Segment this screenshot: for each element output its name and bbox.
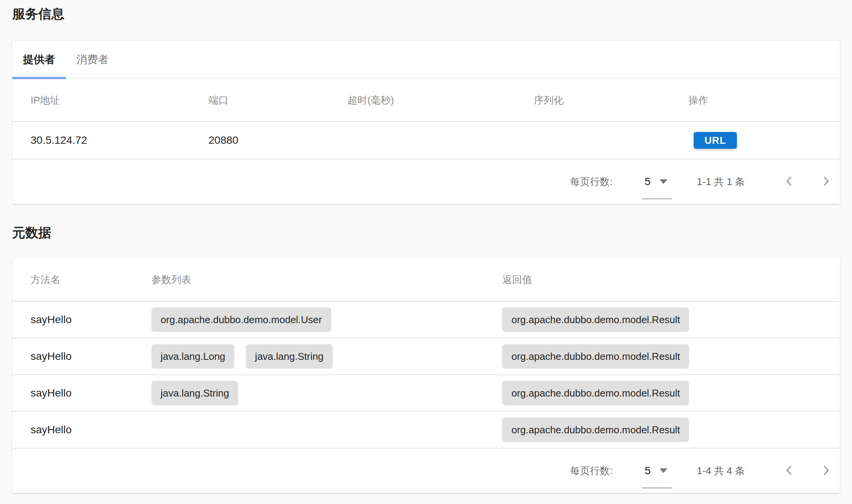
timeout-cell (329, 122, 515, 159)
serialization-cell (515, 122, 670, 159)
rows-per-page-select[interactable]: 5 (645, 465, 668, 477)
chevron-right-icon (819, 174, 833, 190)
method-name-cell: sayHello (12, 411, 133, 448)
parameter-list-cell: java.lang.String (133, 375, 484, 411)
rows-per-page-label: 每页行数: (570, 464, 612, 478)
parameter-list-cell (133, 411, 484, 448)
parameter-type-chip: java.lang.Long (151, 344, 234, 369)
dropdown-caret-icon (660, 468, 667, 473)
column-header-ip: IP地址 (12, 79, 190, 122)
dropdown-caret-icon (660, 179, 667, 184)
active-tab-indicator (12, 77, 66, 79)
operation-cell: URL (670, 122, 840, 159)
column-header-serialization: 序列化 (515, 79, 670, 122)
parameter-list-cell: java.lang.Long java.lang.String (133, 338, 484, 375)
method-name-cell: sayHello (12, 301, 133, 338)
rows-per-page-select[interactable]: 5 (645, 176, 668, 188)
return-type-chip: org.apache.dubbo.demo.model.Result (502, 418, 689, 442)
metadata-table-row: sayHello org.apache.dubbo.demo.model.Use… (12, 301, 840, 338)
chevron-left-icon (782, 174, 797, 190)
service-detail-page: 服务信息 提供者 消费者 IP地址 端口 超时(毫秒) 序列化 (0, 0, 852, 493)
provider-table-row: 30.5.124.72 20880 URL (12, 122, 840, 159)
provider-consumer-tab-bar: 提供者 消费者 (12, 41, 840, 79)
provider-table-header-row: IP地址 端口 超时(毫秒) 序列化 操作 (12, 79, 840, 122)
next-page-button[interactable] (818, 463, 834, 478)
column-header-port: 端口 (190, 79, 329, 122)
rows-per-page-value: 5 (645, 465, 651, 477)
parameter-type-chip: java.lang.String (246, 344, 333, 369)
next-page-button[interactable] (818, 174, 834, 189)
tab-provider[interactable]: 提供者 (12, 41, 66, 78)
service-info-card: 提供者 消费者 IP地址 端口 超时(毫秒) 序列化 操作 (12, 41, 840, 204)
chevron-right-icon (819, 463, 833, 479)
pagination-range-text: 1-4 共 4 条 (697, 464, 745, 478)
metadata-table-header-row: 方法名 参数列表 返回值 (12, 258, 840, 301)
tab-consumer[interactable]: 消费者 (66, 41, 119, 78)
tab-consumer-label: 消费者 (76, 52, 109, 67)
metadata-table-pagination: 每页行数: 5 1-4 共 4 条 (12, 448, 840, 493)
return-type-chip: org.apache.dubbo.demo.model.Result (502, 344, 689, 369)
metadata-table-row: sayHello java.lang.Long java.lang.String… (12, 338, 840, 375)
provider-table: IP地址 端口 超时(毫秒) 序列化 操作 30.5.124.72 20880 … (12, 79, 840, 159)
column-header-return-value: 返回值 (484, 258, 840, 301)
previous-page-button[interactable] (782, 463, 797, 478)
metadata-card: 方法名 参数列表 返回值 sayHello org.apache.dubbo.d… (12, 258, 840, 493)
return-type-chip: org.apache.dubbo.demo.model.Result (502, 307, 689, 332)
parameter-type-chip: org.apache.dubbo.demo.model.User (151, 307, 331, 332)
rows-per-page-label: 每页行数: (570, 175, 612, 189)
ip-cell: 30.5.124.72 (12, 122, 190, 159)
parameter-type-chip: java.lang.String (151, 381, 238, 405)
return-value-cell: org.apache.dubbo.demo.model.Result (484, 411, 840, 448)
chevron-left-icon (782, 463, 797, 479)
method-name-cell: sayHello (12, 375, 133, 411)
rows-per-page-value: 5 (645, 176, 651, 188)
port-cell: 20880 (190, 122, 329, 159)
metadata-table-row: sayHello org.apache.dubbo.demo.model.Res… (12, 411, 840, 448)
method-name-cell: sayHello (12, 338, 133, 375)
pagination-range-text: 1-1 共 1 条 (697, 175, 745, 189)
column-header-method-name: 方法名 (12, 258, 133, 301)
tab-provider-label: 提供者 (23, 52, 55, 67)
previous-page-button[interactable] (782, 174, 797, 189)
column-header-parameter-list: 参数列表 (133, 258, 484, 301)
return-value-cell: org.apache.dubbo.demo.model.Result (484, 338, 840, 375)
metadata-section-title: 元数据 (12, 224, 840, 241)
return-type-chip: org.apache.dubbo.demo.model.Result (502, 381, 689, 405)
metadata-table-row: sayHello java.lang.String org.apache.dub… (12, 375, 840, 411)
metadata-table: 方法名 参数列表 返回值 sayHello org.apache.dubbo.d… (12, 258, 840, 448)
return-value-cell: org.apache.dubbo.demo.model.Result (484, 375, 840, 411)
url-button[interactable]: URL (694, 132, 737, 149)
column-header-operation: 操作 (670, 79, 840, 122)
provider-table-pagination: 每页行数: 5 1-1 共 1 条 (12, 159, 840, 204)
service-info-section-title: 服务信息 (12, 5, 840, 22)
parameter-list-cell: org.apache.dubbo.demo.model.User (133, 301, 484, 338)
column-header-timeout: 超时(毫秒) (329, 79, 515, 122)
return-value-cell: org.apache.dubbo.demo.model.Result (484, 301, 840, 338)
